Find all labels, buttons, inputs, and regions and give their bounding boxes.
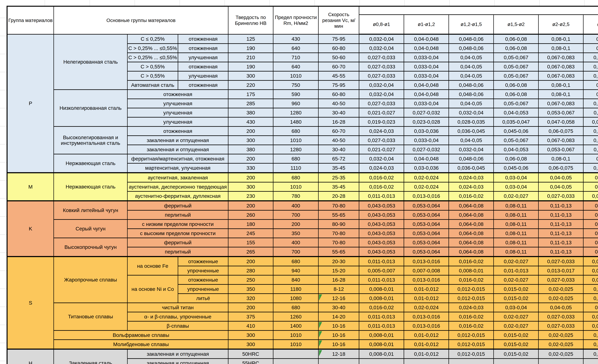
cell-feed[interactable]: 0,04-0,048 (404, 154, 449, 163)
cell-feed[interactable]: 0,021-0,027 (359, 145, 404, 154)
cell-hb[interactable]: 190 (228, 44, 273, 53)
cell-feed[interactable]: 0,05-0,067 (494, 136, 539, 145)
cell-feed[interactable]: 0,05-0,08 (583, 173, 598, 182)
cell-rm[interactable]: 1010 (273, 340, 318, 349)
cell-state[interactable]: перлитный (127, 247, 228, 256)
cell-sub[interactable]: C > 0,25% ... ≤0,55% (127, 44, 178, 53)
cell-hb[interactable]: 55HRC (228, 359, 273, 364)
cell-feed[interactable]: 0,027-0,033 (359, 136, 404, 145)
cell-feed[interactable]: 0,027-0,032 (404, 108, 449, 117)
cell-feed[interactable]: 0,02-0,025 (539, 340, 583, 349)
cell-feed[interactable]: 0,013-0,016 (404, 275, 449, 284)
cell-rm[interactable]: 1180 (273, 284, 318, 294)
cell-rm[interactable]: 1010 (273, 182, 318, 191)
cell-feed[interactable]: 0,02-0,027 (494, 312, 539, 321)
cell-feed[interactable]: 0,016-0,02 (449, 191, 494, 201)
cell-feed[interactable]: 0,016-0,02 (359, 303, 404, 312)
cell-feed[interactable] (449, 359, 494, 364)
cell-state[interactable]: улучшенная (127, 99, 228, 108)
cell-state[interactable]: отожженная (178, 44, 228, 53)
cell-feed[interactable]: 0,08-0,1 (539, 81, 583, 90)
cell-hb[interactable]: 245 (228, 229, 273, 238)
cell-hb[interactable]: 200 (228, 126, 273, 136)
cell-feed[interactable]: 0,015-0,02 (494, 349, 539, 359)
cell-vc[interactable]: 35-45 (318, 182, 359, 191)
header-material-group[interactable]: Группа материалов (7, 6, 54, 34)
cell-feed[interactable]: 0,008-0,01 (359, 294, 404, 303)
cell-feed[interactable]: 0,043-0,053 (359, 201, 404, 210)
cell-feed[interactable]: 0,08-0,11 (494, 247, 539, 256)
cell-state[interactable]: мартенситная, улучшенная (127, 163, 228, 173)
cell-feed[interactable]: 0,083-0,13 (583, 62, 598, 71)
cell-feed[interactable]: 0,013-0,016 (404, 256, 449, 266)
cell-vc[interactable]: 14-20 (318, 312, 359, 321)
cell-feed[interactable]: 0,024-0,03 (449, 303, 494, 312)
cell-feed[interactable]: 0,011-0,013 (359, 312, 404, 321)
cell-feed[interactable]: 0,048-0,06 (449, 81, 494, 90)
cell-feed[interactable]: 0,067-0,11 (583, 108, 598, 117)
cell-feed[interactable]: 0,053-0,064 (404, 247, 449, 256)
cell-feed[interactable] (539, 359, 583, 364)
cell-rm[interactable]: 200 (273, 220, 318, 229)
cell-feed[interactable]: 0,05-0,067 (494, 62, 539, 71)
cell-sub[interactable]: C ≤ 0,25% (127, 34, 178, 44)
cell-feed[interactable]: 0,13-0,21 (583, 238, 598, 247)
cell-feed[interactable]: 0,015-0,02 (494, 340, 539, 349)
cell-feed[interactable]: 0,13-0,21 (583, 201, 598, 210)
cell-feed[interactable]: 0,032-0,04 (359, 90, 404, 99)
cell-feed[interactable]: 0,11-0,13 (539, 247, 583, 256)
cell-feed[interactable]: 0,048-0,06 (449, 34, 494, 44)
cell-vc[interactable]: 30-40 (318, 303, 359, 312)
cell-state[interactable]: с низким пределом прочности (127, 220, 228, 229)
cell-hb[interactable]: 320 (228, 294, 273, 303)
cell-feed[interactable]: 0,03-0,04 (494, 182, 539, 191)
cell-feed[interactable]: 0,03-0,036 (404, 126, 449, 136)
cell-feed[interactable]: 0,023-0,028 (404, 117, 449, 126)
cell-feed[interactable]: 0,067-0,083 (539, 99, 583, 108)
cell-feed[interactable]: 0,053-0,064 (404, 210, 449, 220)
cell-feed[interactable]: 0,13-0,21 (583, 247, 598, 256)
cell-feed[interactable]: 0,015-0,02 (494, 331, 539, 340)
cell-sub[interactable]: на основе Ni и Co (127, 275, 178, 303)
cell-feed[interactable]: 0,025-0,04 (583, 331, 598, 340)
cell-feed[interactable]: 0,11-0,13 (539, 220, 583, 229)
cell-rm[interactable]: 680 (273, 173, 318, 182)
cell-feed[interactable]: 0,05-0,08 (583, 182, 598, 191)
cell-feed[interactable]: 0,012-0,015 (449, 331, 494, 340)
cell-sub[interactable]: C > 0,55% (127, 71, 178, 81)
cell-feed[interactable]: 0,04-0,048 (404, 44, 449, 53)
cell-feed[interactable]: 0,01-0,012 (404, 331, 449, 340)
cell-feed[interactable]: 0,032-0,04 (359, 34, 404, 44)
cell-material[interactable]: Низколегированная сталь (54, 90, 127, 126)
cell-feed[interactable]: 0,05-0,08 (583, 303, 598, 312)
cell-feed[interactable]: 0,01-0,012 (404, 294, 449, 303)
cell-feed[interactable] (359, 359, 404, 364)
cell-hb[interactable]: 190 (228, 62, 273, 71)
cell-hb[interactable]: 250 (228, 275, 273, 284)
cell-hb[interactable]: 200 (228, 154, 273, 163)
cell-vc[interactable] (318, 359, 359, 364)
cell-feed[interactable]: 0,035-0,047 (494, 117, 539, 126)
cell-feed[interactable]: 0,013-0,016 (404, 321, 449, 331)
cell-state[interactable]: упрочненные (178, 284, 228, 294)
cell-feed[interactable]: 0,024-0,03 (449, 182, 494, 191)
cell-feed[interactable]: 0,083-0,13 (583, 71, 598, 81)
cell-vc[interactable]: 30-40 (318, 145, 359, 154)
cell-material[interactable]: Вольфрамовые сплавы (54, 331, 228, 340)
cell-state[interactable]: отожженная (178, 81, 228, 90)
cell-material[interactable]: Жаропрочные сплавы (54, 256, 127, 303)
cell-feed[interactable]: 0,067-0,083 (539, 71, 583, 81)
cell-feed[interactable]: 0,047-0,058 (539, 117, 583, 126)
cell-vc[interactable]: 20-30 (318, 256, 359, 266)
cell-state[interactable]: улучшенная (178, 71, 228, 81)
cell-feed[interactable]: 0,11-0,13 (539, 210, 583, 220)
cell-feed[interactable]: 0,04-0,048 (404, 34, 449, 44)
cell-material[interactable]: Нержавеющая сталь (54, 173, 127, 201)
cell-hb[interactable]: 125 (228, 34, 273, 44)
cell-hb[interactable]: 330 (228, 163, 273, 173)
cell-feed[interactable]: 0,027-0,033 (359, 53, 404, 62)
cell-vc[interactable]: 50-60 (318, 53, 359, 62)
cell-hb[interactable]: 300 (228, 71, 273, 81)
cell-feed[interactable]: 0,008-0,01 (359, 331, 404, 340)
cell-feed[interactable]: 0,03-0,036 (404, 163, 449, 173)
